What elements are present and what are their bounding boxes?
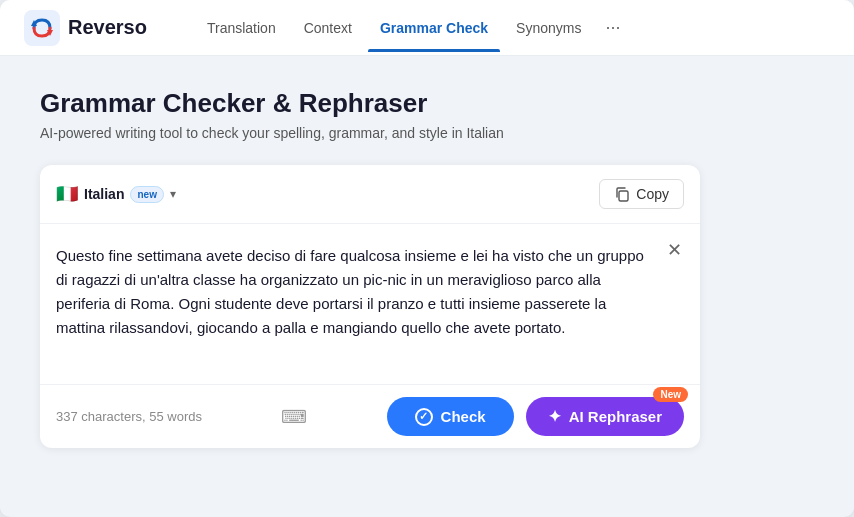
nav-links: Translation Context Grammar Check Synony… (195, 12, 830, 44)
flag-icon: 🇮🇹 (56, 183, 78, 205)
grammar-card: 🇮🇹 Italian new ▾ Copy ✕ Q (40, 165, 700, 448)
keyboard-icon[interactable]: ⌨ (281, 406, 307, 428)
rephraser-wrapper: New ✦ AI Rephraser (526, 397, 684, 436)
language-name: Italian (84, 186, 124, 202)
copy-icon (614, 186, 630, 202)
logo: Reverso (24, 10, 147, 46)
page-subtitle: AI-powered writing tool to check your sp… (40, 125, 814, 141)
page-title: Grammar Checker & Rephraser (40, 88, 814, 119)
svg-rect-3 (619, 191, 628, 201)
sparkle-icon: ✦ (548, 407, 561, 426)
app-window: Reverso Translation Context Grammar Chec… (0, 0, 854, 517)
rephraser-label: AI Rephraser (569, 408, 662, 425)
nav-translation[interactable]: Translation (195, 12, 288, 44)
card-footer: 337 characters, 55 words ⌨ ✓ Check New ✦… (40, 384, 700, 448)
close-icon: ✕ (667, 239, 682, 261)
chevron-down-icon: ▾ (170, 187, 176, 201)
char-count: 337 characters, 55 words (56, 409, 202, 424)
check-circle-icon: ✓ (415, 408, 433, 426)
rephraser-new-badge: New (653, 387, 688, 402)
copy-label: Copy (636, 186, 669, 202)
text-area-container: ✕ Questo fine settimana avete deciso di … (40, 224, 700, 384)
navbar: Reverso Translation Context Grammar Chec… (0, 0, 854, 56)
check-button[interactable]: ✓ Check (387, 397, 514, 436)
nav-more-button[interactable]: ··· (597, 13, 628, 42)
reverso-logo-icon (24, 10, 60, 46)
check-label: Check (441, 408, 486, 425)
language-new-badge: new (130, 186, 163, 203)
nav-grammar-check[interactable]: Grammar Check (368, 12, 500, 44)
footer-actions: ✓ Check New ✦ AI Rephraser (387, 397, 684, 436)
nav-synonyms[interactable]: Synonyms (504, 12, 593, 44)
card-header: 🇮🇹 Italian new ▾ Copy (40, 165, 700, 224)
copy-button[interactable]: Copy (599, 179, 684, 209)
language-selector[interactable]: 🇮🇹 Italian new ▾ (56, 183, 176, 205)
nav-context[interactable]: Context (292, 12, 364, 44)
svg-rect-0 (24, 10, 60, 46)
main-content: Grammar Checker & Rephraser AI-powered w… (0, 56, 854, 480)
logo-text: Reverso (68, 16, 147, 39)
rephraser-button[interactable]: ✦ AI Rephraser (526, 397, 684, 436)
close-button[interactable]: ✕ (660, 236, 688, 264)
input-text[interactable]: Questo fine settimana avete deciso di fa… (56, 244, 684, 340)
